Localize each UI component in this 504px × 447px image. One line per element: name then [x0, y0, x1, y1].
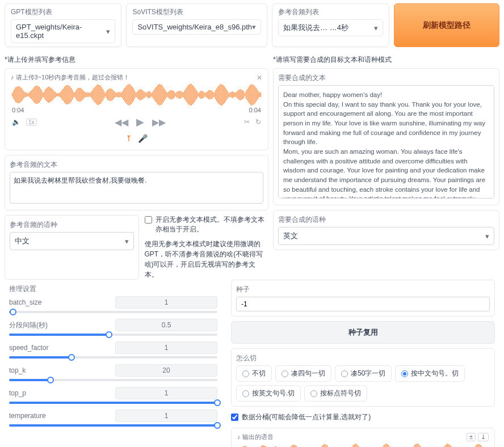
radio-icon — [401, 370, 408, 377]
noref-note: 使用无参考文本模式时建议使用微调的GPT，听不清参考音频说的啥(不晓得写啥)可以… — [145, 239, 269, 280]
cut-option[interactable]: 凑四句一切 — [275, 365, 331, 382]
gpt-model-dropdown[interactable]: GPT模型列表 GPT_weights/Keira-e15.ckpt▾ — [5, 3, 121, 47]
refresh-button[interactable]: 刷新模型路径 — [394, 3, 499, 47]
cut-option[interactable]: 按英文句号.切 — [236, 385, 301, 402]
ref-label: 参考音频列表 — [278, 7, 383, 17]
ref-text-input[interactable] — [10, 172, 263, 204]
bucket-checkbox[interactable]: 数据分桶(可能会降低一点计算量,选就对了) — [231, 412, 495, 422]
chevron-down-icon: ▾ — [106, 27, 110, 36]
chevron-down-icon: ▾ — [485, 232, 489, 241]
output-audio-panel: ♪ 输出的语音 ±⤓ ◀▶ 0:540:54 🔈1x ◀◀▶▶▶ ✂↻ ⤒🎤 — [231, 428, 495, 447]
ref-waveform[interactable] — [9, 83, 264, 107]
seed-reuse-button[interactable]: 种子复用 — [231, 321, 495, 344]
gpt-label: GPT模型列表 — [11, 7, 115, 17]
left-hint: *请上传并填写参考信息 — [5, 55, 268, 65]
cut-option[interactable]: 按标点符号切 — [304, 385, 367, 402]
upload-icon[interactable]: ⤒ — [125, 134, 132, 143]
chevron-down-icon: ▾ — [374, 24, 378, 32]
loop-icon[interactable]: ↻ — [255, 118, 261, 126]
volume-icon[interactable]: 🔈 — [12, 118, 20, 126]
target-text-input[interactable] — [278, 85, 494, 199]
slider-split_interval[interactable]: 分段间隔(秒)0.5 — [9, 319, 217, 336]
ref-lang-select[interactable]: 中文▾ — [10, 232, 134, 250]
slider-speed_factor[interactable]: speed_factor1 — [9, 341, 217, 359]
sovits-label: SoVITS模型列表 — [132, 7, 261, 17]
output-waveform[interactable] — [235, 442, 491, 447]
cut-icon[interactable]: ✂ — [244, 118, 250, 126]
play-icon[interactable]: ▶ — [136, 116, 144, 128]
slider-temperature[interactable]: temperature1 — [9, 410, 217, 427]
target-text-panel: 需要合成的文本 — [273, 68, 499, 205]
close-icon[interactable]: ✕ — [257, 74, 262, 82]
radio-icon — [282, 370, 288, 377]
cut-option[interactable]: 不切 — [236, 365, 272, 382]
ref-text-panel: 参考音频的文本 — [5, 155, 268, 210]
target-lang-select[interactable]: 英文▾ — [278, 227, 494, 245]
seed-input[interactable] — [236, 297, 490, 311]
ref-audio-dropdown[interactable]: 参考音频列表 如果我说去… …4秒▾ — [272, 3, 389, 47]
infer-title: 推理设置 — [5, 280, 222, 296]
slider-top_p[interactable]: top_p1 — [9, 387, 217, 404]
ref-audio-panel: ♪ 请上传3~10秒内参考音频，超过会报错！ ✕ 0:040:04 🔈1x ◀◀… — [5, 68, 268, 150]
radio-icon — [242, 370, 249, 377]
target-lang-panel: 需要合成的语种 英文▾ — [273, 210, 499, 250]
radio-icon — [341, 370, 348, 377]
rate-button[interactable]: 1x — [26, 119, 37, 126]
sovits-model-dropdown[interactable]: SoVITS模型列表 SoVITS_weights/Keira_e8_s96.p… — [126, 3, 267, 47]
music-icon: ♪ — [11, 74, 14, 81]
share-icon[interactable]: ± — [467, 433, 476, 441]
slider-batch_size[interactable]: batch_size1 — [9, 296, 217, 313]
radio-icon — [310, 390, 317, 397]
noref-mode-checkbox[interactable]: 开启无参考文本模式。不填参考文本亦相当于开启。 — [145, 215, 269, 234]
mic-icon[interactable]: 🎤 — [138, 134, 148, 143]
music-icon: ♪ — [237, 433, 241, 440]
cut-option[interactable]: 凑50字一切 — [335, 365, 392, 382]
chevron-down-icon: ▾ — [252, 23, 256, 31]
download-icon[interactable]: ⤓ — [478, 433, 489, 441]
chevron-down-icon: ▾ — [125, 237, 129, 246]
ref-lang-panel: 参考音频的语种 中文▾ — [5, 215, 139, 280]
forward-icon[interactable]: ▶▶ — [152, 117, 166, 128]
cut-option[interactable]: 按中文句号。切 — [395, 365, 465, 382]
slider-top_k[interactable]: top_k20 — [9, 364, 217, 381]
radio-icon — [242, 390, 249, 397]
right-hint: *请填写需要合成的目标文本和语种模式 — [273, 55, 499, 65]
rewind-icon[interactable]: ◀◀ — [115, 117, 128, 128]
